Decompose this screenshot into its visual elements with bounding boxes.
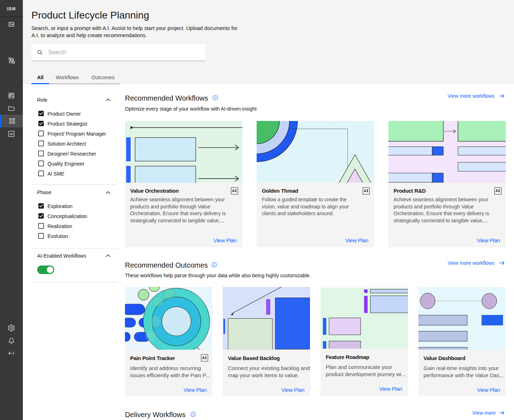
svg-text:AI: AI [10, 132, 13, 136]
